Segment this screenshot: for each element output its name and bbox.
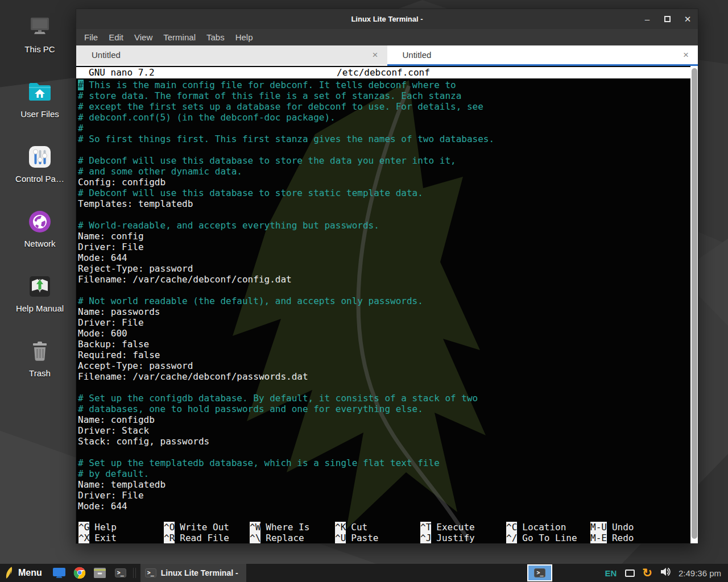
nano-line: # databases, one to hold passwords and o… — [78, 404, 689, 414]
tray-focused-terminal-icon[interactable]: >_ — [527, 564, 552, 581]
tab-close-icon[interactable]: × — [373, 50, 378, 60]
nano-line: # store data. The format of this file is… — [78, 90, 689, 101]
shortcut-key: ^U — [335, 533, 346, 543]
minimize-button[interactable]: – — [643, 15, 652, 24]
desktop-icon-label: Network — [5, 239, 75, 248]
terminal-launcher-icon[interactable]: >_ — [113, 566, 128, 580]
tab-untitled-2[interactable]: Untitled × — [387, 45, 698, 66]
nano-line: Filename: /var/cache/debconf/config.dat — [78, 274, 689, 285]
nano-shortcut: ^RRead File — [164, 533, 229, 543]
shortcut-key: ^W — [250, 522, 260, 533]
nano-line: # by default. — [78, 468, 689, 479]
nano-shortcut: ^CLocation — [506, 522, 566, 533]
nano-line: Mode: 644 — [78, 252, 689, 263]
show-desktop-icon[interactable] — [52, 566, 67, 580]
menu-edit[interactable]: Edit — [104, 31, 129, 44]
nano-line — [78, 144, 689, 155]
desktop-icon-help-manual[interactable]: Help Manual — [5, 273, 75, 335]
tab-untitled-1[interactable]: Untitled × — [76, 45, 387, 66]
nano-line: Templates: templatedb — [78, 198, 689, 209]
nano-line: Driver: Stack — [78, 425, 689, 436]
terminal-screen[interactable]: /etc/debconf.conf GNU nano 7.2 # This is… — [76, 66, 698, 543]
menu-view[interactable]: View — [129, 31, 158, 44]
nano-shortcut: M-ERedo — [590, 533, 634, 543]
nano-shortcut: ^JJustify — [420, 533, 475, 543]
nano-line: Driver: File — [78, 490, 689, 501]
shortcut-key: ^/ — [506, 533, 517, 543]
menu-help[interactable]: Help — [230, 31, 258, 44]
terminal-tabbar: Untitled × Untitled × — [76, 45, 698, 66]
shortcut-label: Paste — [351, 533, 378, 543]
sliders-icon — [26, 143, 53, 171]
shortcut-key: ^C — [506, 522, 517, 533]
nano-shortcut: ^\Replace — [250, 533, 304, 543]
shortcut-label: Execute — [436, 522, 474, 533]
taskbar-separator — [133, 568, 136, 578]
nano-line: # except the first sets up a database fo… — [78, 101, 689, 112]
desktop-icon-column: This PC User Files Control Pa… — [5, 11, 75, 400]
nano-line: # Debconf will use this database to stor… — [78, 188, 689, 198]
menu-tabs[interactable]: Tabs — [201, 31, 230, 44]
linux-lite-logo-icon[interactable] — [5, 566, 15, 580]
clock[interactable]: 2:49:36 pm — [679, 568, 721, 578]
maximize-button[interactable] — [664, 16, 671, 22]
desktop-icon-this-pc[interactable]: This PC — [5, 14, 75, 76]
nano-line: # So first things first. This first stan… — [78, 134, 689, 144]
shortcut-key: ^T — [420, 522, 431, 533]
shortcut-label: Read File — [180, 533, 229, 543]
desktop-icon-control-panel[interactable]: Control Pa… — [5, 143, 75, 206]
desktop-icon-trash[interactable]: Trash — [5, 338, 75, 400]
nano-line: # Debconf will use this database to stor… — [78, 155, 689, 166]
nano-shortcut: ^WWhere Is — [250, 522, 309, 533]
archive-manager-icon[interactable] — [93, 566, 107, 580]
shortcut-key: M-U — [590, 522, 607, 533]
nano-version: GNU nano 7.2 — [89, 67, 155, 78]
desktop-icon-network[interactable]: Network — [5, 208, 75, 271]
shortcut-label: Help — [94, 522, 117, 533]
shortcut-label: Go To Line — [522, 533, 577, 543]
shortcut-key: ^R — [164, 533, 175, 543]
close-button[interactable]: ✕ — [683, 15, 692, 24]
desktop-icon-label: Control Pa… — [5, 174, 75, 184]
nano-line: Backup: false — [78, 339, 689, 350]
volume-icon[interactable] — [660, 567, 671, 579]
shortcut-key: ^O — [164, 522, 175, 533]
shortcut-label: Write Out — [180, 522, 229, 533]
shortcut-key: ^G — [78, 522, 89, 533]
terminal-task-icon: >_ — [145, 568, 156, 577]
nano-line: Mode: 600 — [78, 328, 689, 339]
nano-line: Filename: /var/cache/debconf/passwords.d… — [78, 371, 689, 382]
keyboard-layout-indicator[interactable]: EN — [605, 568, 617, 578]
desktop-icon-user-files[interactable]: User Files — [5, 78, 75, 141]
nano-buffer[interactable]: # This is the main config file for debco… — [78, 80, 689, 512]
nano-line: # debconf.conf(5) (in the debconf-doc pa… — [78, 112, 689, 123]
task-button-terminal[interactable]: >_ Linux Lite Terminal - — [140, 564, 246, 582]
tab-close-icon[interactable]: × — [683, 50, 689, 60]
shortcut-label: Where Is — [266, 522, 309, 533]
terminal-scrollbar[interactable] — [690, 66, 698, 543]
scrollbar-thumb[interactable] — [692, 68, 697, 539]
updates-tray-icon[interactable]: ↻ — [642, 567, 652, 579]
shortcut-label: Location — [522, 522, 566, 533]
nano-line: # — [78, 123, 689, 134]
nano-shortcut: ^UPaste — [335, 533, 378, 543]
menu-button[interactable]: Menu — [18, 568, 42, 578]
nano-line: Accept-Type: password — [78, 360, 689, 371]
shortcut-label: Redo — [612, 533, 634, 543]
display-tray-icon[interactable] — [625, 569, 635, 577]
nano-line: Stack: config, passwords — [78, 436, 689, 447]
shortcut-label: Justify — [436, 533, 474, 543]
shortcut-key: M-E — [590, 533, 607, 543]
nano-line: Mode: 644 — [78, 501, 689, 512]
tab-label: Untitled — [92, 50, 121, 60]
nano-line: Reject-Type: password — [78, 263, 689, 274]
nano-shortcut: ^KCut — [335, 522, 367, 533]
window-titlebar[interactable]: Linux Lite Terminal - – ✕ — [76, 9, 698, 29]
nano-shortcuts-row1: ^GHelp^OWrite Out^WWhere Is^KCut^TExecut… — [76, 522, 690, 533]
shortcut-key: ^K — [335, 522, 346, 533]
desktop-icon-label: Help Manual — [5, 304, 75, 313]
chrome-icon[interactable] — [72, 566, 87, 580]
desktop-icon-label: User Files — [5, 109, 75, 119]
menu-file[interactable]: File — [79, 31, 103, 44]
menu-terminal[interactable]: Terminal — [158, 31, 201, 44]
